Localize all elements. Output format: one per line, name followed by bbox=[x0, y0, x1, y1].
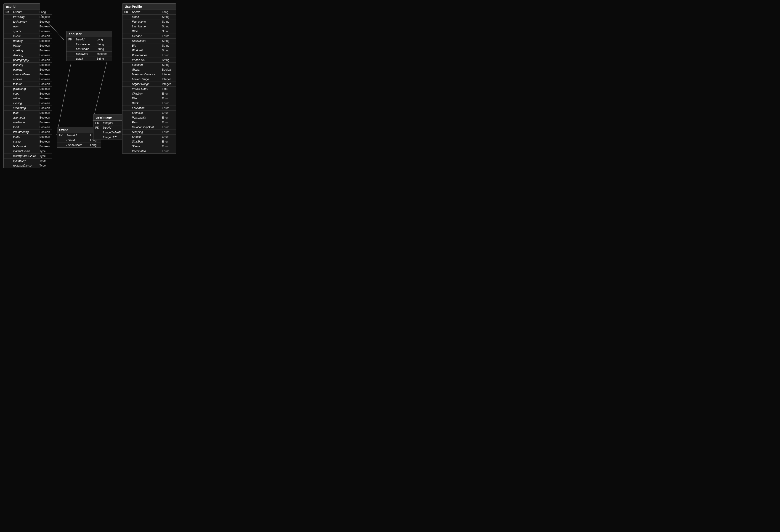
table-row: cooking Boolean bbox=[4, 48, 52, 53]
userprofile-table-header: UserProfile bbox=[123, 4, 176, 10]
table-row: Profile Score Float bbox=[123, 87, 176, 91]
table-row: LikedUserId Long bbox=[57, 143, 101, 148]
userid-table: userid PK UserId Long travelling Boolean… bbox=[3, 3, 40, 168]
table-row: Status Enum bbox=[123, 144, 176, 149]
table-row: email String bbox=[123, 15, 176, 19]
table-row: Gender Enum bbox=[123, 34, 176, 39]
table-row: First Name String bbox=[66, 42, 112, 47]
table-row: Exercise Enum bbox=[123, 110, 176, 115]
table-row: pets Boolean bbox=[4, 110, 52, 115]
table-row: Sleeping Enum bbox=[123, 130, 176, 135]
table-row: WorksAt String bbox=[123, 48, 176, 53]
table-row: meditation Boolean bbox=[4, 120, 52, 125]
table-row: dancing Boolean bbox=[4, 53, 52, 58]
table-row: email String bbox=[66, 56, 112, 61]
table-row: Personality Enum bbox=[123, 115, 176, 120]
table-row: Lower Range Integer bbox=[123, 77, 176, 82]
table-row: Location String bbox=[123, 62, 176, 67]
userprofile-table: UserProfile PK UserId Long email String … bbox=[122, 3, 176, 154]
table-row: MaximumDistance Integer bbox=[123, 72, 176, 77]
field-type: Long bbox=[38, 10, 52, 15]
appuser-table-header: appUser bbox=[66, 31, 112, 37]
table-row: ayurveda Boolean bbox=[4, 115, 52, 120]
table-row: Global Boolean bbox=[123, 67, 176, 72]
table-row: food Boolean bbox=[4, 125, 52, 130]
table-row: reading Boolean bbox=[4, 39, 52, 43]
table-row: classicalMusic Boolean bbox=[4, 72, 52, 77]
userid-table-header: userid bbox=[4, 4, 40, 10]
table-row: music Boolean bbox=[4, 34, 52, 39]
table-row: Pets Enum bbox=[123, 120, 176, 125]
table-row: gardening Boolean bbox=[4, 87, 52, 91]
table-row: movies Boolean bbox=[4, 77, 52, 82]
table-row: PK UserId Long bbox=[66, 37, 112, 42]
table-row: historyAndCulture Type bbox=[4, 154, 52, 158]
diagram-container: userid PK UserId Long travelling Boolean… bbox=[0, 0, 390, 266]
table-row: Bio String bbox=[123, 43, 176, 48]
table-row: Preferances Enum bbox=[123, 53, 176, 58]
table-row: Phone No String bbox=[123, 58, 176, 62]
table-row: gaming Boolean bbox=[4, 67, 52, 72]
table-row: painting Boolean bbox=[4, 62, 52, 67]
table-row: crafts Boolean bbox=[4, 135, 52, 139]
table-row: sports Boolean bbox=[4, 29, 52, 34]
field-name: UserId bbox=[11, 10, 38, 15]
table-row: fashion Boolean bbox=[4, 82, 52, 87]
svg-line-2 bbox=[57, 64, 71, 135]
table-row: StarSign Enum bbox=[123, 139, 176, 144]
table-row: volunteering Boolean bbox=[4, 130, 52, 135]
table-row: regionalDance Type bbox=[4, 163, 52, 168]
table-row: Education Enum bbox=[123, 106, 176, 110]
table-row: Drink Enum bbox=[123, 101, 176, 106]
table-row: Smoke Enum bbox=[123, 135, 176, 139]
table-row: Diet Enum bbox=[123, 96, 176, 101]
table-row: Children Enum bbox=[123, 91, 176, 96]
table-row: spirituality Type bbox=[4, 158, 52, 163]
table-row: technology Boolean bbox=[4, 19, 52, 24]
table-row: password encoded bbox=[66, 52, 112, 56]
appuser-table: appUser PK UserId Long First Name String… bbox=[66, 31, 112, 61]
table-row: PK UserId Long bbox=[123, 10, 176, 15]
table-row: Last Name String bbox=[123, 24, 176, 29]
table-row: RelationshipGoal Enum bbox=[123, 125, 176, 130]
table-row: Last name String bbox=[66, 47, 112, 52]
table-row: cricket Boolean bbox=[4, 139, 52, 144]
table-row: indianCuisine Type bbox=[4, 149, 52, 154]
table-row: DOB String bbox=[123, 29, 176, 34]
table-row: Vaccinated Enum bbox=[123, 149, 176, 154]
table-row: yoga Boolean bbox=[4, 91, 52, 96]
table-row: hiking Boolean bbox=[4, 43, 52, 48]
table-row: travelling Boolean bbox=[4, 15, 52, 19]
table-row: Higher Range Integer bbox=[123, 82, 176, 87]
table-row: bollywood Boolean bbox=[4, 144, 52, 149]
table-row: Description String bbox=[123, 39, 176, 43]
table-row: PK UserId Long bbox=[4, 10, 52, 15]
table-row: swimming Boolean bbox=[4, 106, 52, 110]
table-row: First Name String bbox=[123, 19, 176, 24]
table-row: gym Boolean bbox=[4, 24, 52, 29]
table-row: writing Boolean bbox=[4, 96, 52, 101]
pk-label: PK bbox=[4, 10, 11, 15]
table-row: cycling Boolean bbox=[4, 101, 52, 106]
table-row: photography Boolean bbox=[4, 58, 52, 62]
